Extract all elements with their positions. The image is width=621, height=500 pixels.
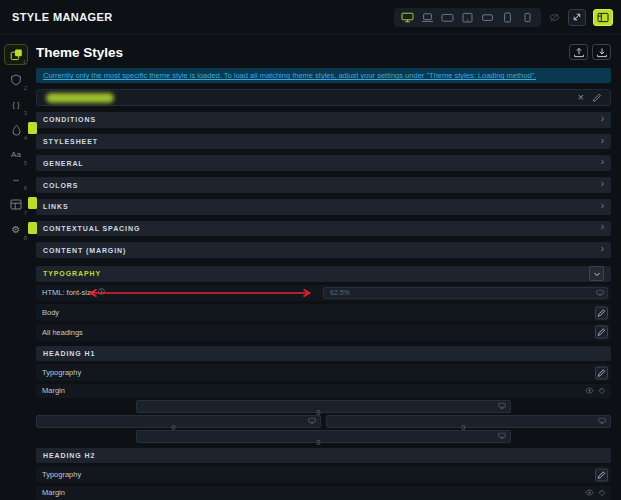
clear-search-icon[interactable]: × xyxy=(578,92,584,103)
link-values-icon[interactable]: ◇ xyxy=(599,387,605,395)
collapse-button[interactable] xyxy=(589,266,604,281)
device-scope-icon xyxy=(308,418,316,425)
margin-left-field[interactable] xyxy=(36,415,321,428)
section-conditions[interactable]: CONDITIONS › xyxy=(36,112,611,128)
sidebar-item-spacing[interactable]: ↔ 6 xyxy=(4,169,28,190)
margin-bottom-field[interactable] xyxy=(136,430,511,443)
header-actions xyxy=(569,44,611,60)
section-links[interactable]: LINKS › xyxy=(36,199,611,215)
device-mobile-small-button[interactable] xyxy=(520,11,535,24)
section-stylesheet[interactable]: STYLESHEET › xyxy=(36,134,611,150)
shortcut-label: 3 xyxy=(24,110,27,116)
sidebar-item-styles[interactable]: 1 xyxy=(4,44,28,65)
topbar-actions xyxy=(394,8,613,27)
h2-margin-label: Margin xyxy=(42,488,65,497)
arrows-h-icon: ↔ xyxy=(12,175,21,184)
search-field[interactable]: × xyxy=(36,89,611,106)
section-label: CONTEXTUAL SPACING xyxy=(43,225,140,232)
chevron-right-icon: › xyxy=(601,201,604,211)
margin-bottom-input[interactable] xyxy=(137,437,510,448)
download-button[interactable] xyxy=(592,44,611,60)
fullscreen-button[interactable] xyxy=(568,9,586,26)
brush-icon[interactable] xyxy=(592,92,603,103)
page-title: Theme Styles xyxy=(36,45,123,60)
device-mobile-button[interactable] xyxy=(500,11,515,24)
heading-h1-header[interactable]: HEADING H1 xyxy=(36,346,611,362)
margin-right-field[interactable] xyxy=(326,415,611,428)
droplet-icon xyxy=(11,124,22,136)
section-label: STYLESHEET xyxy=(43,138,98,145)
h2-margin-row: Margin ◇ xyxy=(36,486,611,500)
h1-typography-label: Typography xyxy=(42,368,81,377)
section-label: LINKS xyxy=(43,203,69,210)
edit-h1-typography-button[interactable] xyxy=(595,366,608,379)
shortcut-label: 7 xyxy=(24,210,27,216)
eye-icon[interactable] xyxy=(585,489,594,496)
edit-all-headings-button[interactable] xyxy=(595,326,608,339)
heading-h2-header[interactable]: HEADING H2 xyxy=(36,448,611,464)
h1-margin-row: Margin ◇ xyxy=(36,384,611,398)
pencil-icon xyxy=(597,328,606,337)
section-contextual-spacing[interactable]: CONTEXTUAL SPACING › xyxy=(36,221,611,237)
html-font-size-row: HTML: font-size xyxy=(36,285,611,302)
device-desktop-button[interactable] xyxy=(400,11,415,24)
section-typography[interactable]: TYPOGRAPHY xyxy=(36,266,611,282)
sidebar-item-security[interactable]: 2 xyxy=(4,69,28,90)
info-icon[interactable] xyxy=(98,288,105,295)
edit-body-button[interactable] xyxy=(595,306,608,319)
section-content-margin[interactable]: CONTENT (MARGIN) › xyxy=(36,242,611,258)
redacted-search-value xyxy=(46,93,114,103)
device-tablet-button[interactable] xyxy=(460,11,475,24)
edit-h2-typography-button[interactable] xyxy=(595,468,608,481)
banner-link[interactable]: Currently only the most specific theme s… xyxy=(43,71,536,80)
upload-button[interactable] xyxy=(569,44,588,60)
all-headings-label: All headings xyxy=(42,328,83,337)
sidebar-item-settings[interactable]: ⚙ 8 xyxy=(4,219,28,240)
html-font-size-input[interactable] xyxy=(323,287,608,300)
eye-icon[interactable] xyxy=(585,387,594,394)
chevron-right-icon: › xyxy=(601,222,604,232)
modified-badge xyxy=(28,197,37,209)
all-headings-row: All headings xyxy=(36,324,611,341)
expand-icon xyxy=(571,11,583,23)
margin-top-field[interactable] xyxy=(136,400,511,413)
mobile-icon xyxy=(501,12,514,23)
section-label: HEADING H1 xyxy=(43,350,95,357)
device-mobile-landscape-button[interactable] xyxy=(480,11,495,24)
device-scope-icon xyxy=(598,418,606,425)
sidebar-item-typography[interactable]: Aa 5 xyxy=(4,144,28,165)
grid-icon xyxy=(10,199,22,210)
device-tablet-landscape-button[interactable] xyxy=(440,11,455,24)
section-label: GENERAL xyxy=(43,160,84,167)
sidebar-item-layout[interactable]: 7 xyxy=(4,194,28,215)
styles-icon xyxy=(10,48,23,61)
section-label: COLORS xyxy=(43,182,78,189)
margin-row-actions: ◇ xyxy=(585,387,605,395)
sidebar-item-custom-css[interactable]: { } 3 xyxy=(4,94,28,115)
device-laptop-button[interactable] xyxy=(420,11,435,24)
link-values-icon[interactable]: ◇ xyxy=(599,489,605,497)
chevron-right-icon: › xyxy=(601,114,604,124)
sidebar: 1 2 { } 3 4 Aa 5 xyxy=(0,35,32,500)
body-label: Body xyxy=(42,308,59,317)
shortcut-label: 8 xyxy=(24,235,27,241)
modified-badge xyxy=(28,222,37,234)
sidebar-item-colors[interactable]: 4 xyxy=(4,119,28,140)
section-label: HEADING H2 xyxy=(43,452,95,459)
shortcut-label: 1 xyxy=(23,59,26,65)
shortcut-label: 5 xyxy=(24,160,27,166)
shield-icon xyxy=(10,74,22,86)
style-manager-toggle-button[interactable] xyxy=(593,9,613,26)
app-title: STYLE MANAGER xyxy=(12,11,113,23)
desktop-icon xyxy=(401,12,414,23)
braces-icon: { } xyxy=(12,101,20,109)
upload-icon xyxy=(573,47,585,58)
tablet-landscape-icon xyxy=(441,12,454,23)
laptop-icon xyxy=(421,12,434,23)
h1-typography-row: Typography xyxy=(36,364,611,381)
section-general[interactable]: GENERAL › xyxy=(36,155,611,171)
section-colors[interactable]: COLORS › xyxy=(36,177,611,193)
mobile-landscape-icon xyxy=(481,12,494,23)
chevron-right-icon: › xyxy=(601,244,604,254)
visibility-off-button[interactable] xyxy=(548,12,561,23)
